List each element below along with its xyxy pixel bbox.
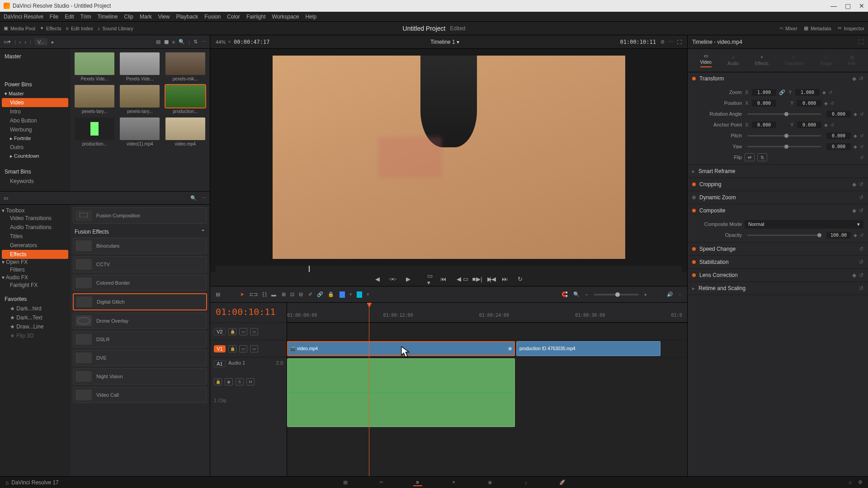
zoom-slider[interactable] xyxy=(594,294,639,296)
pos-y[interactable]: 0.000 xyxy=(797,100,821,107)
zoom-out-icon[interactable]: − xyxy=(585,292,588,297)
flag-icon[interactable] xyxy=(340,291,345,298)
keyframe-icon[interactable]: ◆ xyxy=(852,75,856,82)
fx-drone-overlay[interactable]: Drone Overlay xyxy=(73,313,207,329)
audiofx-node[interactable]: ▾ Audio FX xyxy=(2,274,68,281)
insert-icon[interactable]: ⊞ xyxy=(282,291,286,297)
inspector-toggle[interactable]: ✂ Inspector xyxy=(838,25,864,31)
inspector-expand-icon[interactable]: ⛶ xyxy=(858,39,863,45)
disable-icon[interactable]: ▭ xyxy=(250,345,258,352)
zoom-x[interactable]: 1.000 xyxy=(752,89,776,96)
section-smart-reframe[interactable]: ▸Smart Reframe xyxy=(688,165,868,178)
section-stabilization[interactable]: Stabilization↺ xyxy=(688,256,868,268)
fx-titles[interactable]: Titles xyxy=(2,232,68,241)
bin-countdown[interactable]: ▸ Countdown xyxy=(2,152,68,160)
menu-view[interactable]: View xyxy=(158,14,170,20)
track-v2[interactable] xyxy=(287,323,687,340)
clip-thumb[interactable]: pexels-mik... xyxy=(165,52,206,81)
toolbox-node[interactable]: ▾ Toolbox xyxy=(2,207,68,214)
nav-back-icon[interactable]: ‹ xyxy=(19,39,21,45)
section-transform[interactable]: Transform◆↺ xyxy=(688,72,868,85)
clip-thumb[interactable]: production... xyxy=(165,85,206,114)
program-viewer[interactable] xyxy=(210,49,687,266)
auto-select-icon[interactable]: ▭ xyxy=(239,328,247,335)
menu-clip[interactable]: Clip xyxy=(124,14,133,20)
fx-gen[interactable]: Generators xyxy=(2,241,68,250)
clip-video2[interactable]: production ID 4763035.mp4 xyxy=(516,341,660,356)
menu-playback[interactable]: Playback xyxy=(176,14,198,20)
layout-icon[interactable]: ▭▾ xyxy=(4,39,11,45)
project-home-icon[interactable]: ⌂ xyxy=(849,479,852,485)
minimize-icon[interactable]: — xyxy=(830,2,837,9)
maximize-icon[interactable]: ▢ xyxy=(845,2,851,9)
next-edit-icon[interactable]: ▶ xyxy=(404,275,413,284)
clip-thumb[interactable]: production... xyxy=(74,117,115,146)
section-cropping[interactable]: Cropping◆↺ xyxy=(688,178,868,191)
fx-effects[interactable]: Effects xyxy=(2,250,68,259)
menu-trim[interactable]: Trim xyxy=(80,14,91,20)
mark-in-out-icon[interactable]: ◁●▷ xyxy=(388,275,397,284)
pitch-slider[interactable] xyxy=(747,135,821,136)
sort-icon[interactable]: ⇅ xyxy=(193,39,198,45)
section-dynamic-zoom[interactable]: Dynamic Zoom↺ xyxy=(688,191,868,204)
search-icon[interactable]: 🔍 xyxy=(179,39,185,45)
bin-path[interactable]: V... xyxy=(35,38,47,46)
dim-icon[interactable]: ⎓ xyxy=(679,292,682,297)
track-v1-header[interactable]: V1 🔒 ▭ ▭ xyxy=(210,340,287,357)
viewer-options-icon[interactable]: ⋯ xyxy=(668,39,673,45)
menu-fairlight[interactable]: Fairlight xyxy=(246,14,266,20)
options-icon[interactable]: ⋯ xyxy=(201,39,206,45)
page-edit[interactable]: ≡ xyxy=(413,479,422,486)
track-a1-header[interactable]: A1 Audio 1 2.0 🔒 ◉ S M 1 Clip xyxy=(210,357,287,411)
fav-item[interactable]: ★ Dark...hird xyxy=(2,304,68,313)
solo-button[interactable]: S xyxy=(236,378,244,385)
fav-item[interactable]: ★ Dark...Text xyxy=(2,313,68,322)
track-a1[interactable] xyxy=(287,357,687,428)
lock-icon[interactable]: 🔒 xyxy=(214,378,222,385)
tab-video[interactable]: ▭Video xyxy=(700,53,712,67)
pos-x[interactable]: 0.000 xyxy=(752,100,776,107)
yaw-slider[interactable] xyxy=(747,146,821,147)
pitch-val[interactable]: 0.000 xyxy=(826,132,851,139)
view-metadata-icon[interactable]: ▤ xyxy=(156,39,160,45)
composite-mode-select[interactable]: Normal▾ xyxy=(745,220,863,229)
mixer-toggle[interactable]: ⎶ Mixer xyxy=(780,26,797,31)
bin-abo[interactable]: Abo Button xyxy=(2,116,68,125)
mute-button[interactable]: M xyxy=(246,378,255,385)
opacity-val[interactable]: 100.00 xyxy=(826,232,851,239)
zoom-y[interactable]: 1.000 xyxy=(795,89,820,96)
menu-workspace[interactable]: Workspace xyxy=(272,14,299,20)
home-icon[interactable]: ⌂ xyxy=(5,479,9,486)
tab-audio[interactable]: ♪Audio xyxy=(727,55,739,66)
expand-icon[interactable]: ⛶ xyxy=(677,39,682,45)
bin-intro[interactable]: Intro xyxy=(2,107,68,116)
view-mode-icon[interactable]: ▭ ▾ xyxy=(427,275,436,284)
audio-meter-icon[interactable]: 🔊 xyxy=(667,291,673,297)
track-v2-header[interactable]: V2 🔒 ▭ ▭ xyxy=(210,323,287,340)
go-first-icon[interactable]: ⏮ xyxy=(439,275,448,284)
timeline-tracks[interactable]: 01:00:00:00 01:00:12:00 01:00:24:00 01:0… xyxy=(287,303,687,476)
timeline-ruler[interactable]: 01:00:00:00 01:00:12:00 01:00:24:00 01:0… xyxy=(287,303,687,323)
fx-at[interactable]: Audio Transitions xyxy=(2,223,68,232)
zoom-label[interactable]: 44% xyxy=(216,39,226,45)
menu-fusion[interactable]: Fusion xyxy=(204,14,221,20)
arm-icon[interactable]: ◉ xyxy=(225,378,233,385)
menu-color[interactable]: Color xyxy=(227,14,240,20)
rotation-slider[interactable] xyxy=(747,113,821,115)
page-color[interactable]: ◉ xyxy=(486,479,495,486)
fx-fairlight[interactable]: Fairlight FX xyxy=(2,281,68,290)
menu-mark[interactable]: Mark xyxy=(140,14,152,20)
close-icon[interactable]: ✕ xyxy=(859,2,864,9)
fx-search-icon[interactable]: 🔍 xyxy=(190,195,197,201)
find-icon[interactable]: 🔍 xyxy=(573,291,580,297)
flip-h-button[interactable]: ⇄ xyxy=(745,153,755,161)
media-pool-toggle[interactable]: ▣ Media Pool xyxy=(4,25,35,31)
reset-icon[interactable]: ↺ xyxy=(859,75,863,82)
bin-video[interactable]: Video xyxy=(2,98,68,107)
viewer-title[interactable]: Timeline 1 ▾ xyxy=(430,39,459,45)
loop-icon[interactable]: ↻ xyxy=(516,275,525,284)
fx-dve[interactable]: DVE xyxy=(73,350,207,366)
zoom-in-icon[interactable]: + xyxy=(644,292,647,297)
selection-tool-icon[interactable]: ➤ xyxy=(240,291,244,297)
fx-dslr[interactable]: DSLR xyxy=(73,331,207,347)
